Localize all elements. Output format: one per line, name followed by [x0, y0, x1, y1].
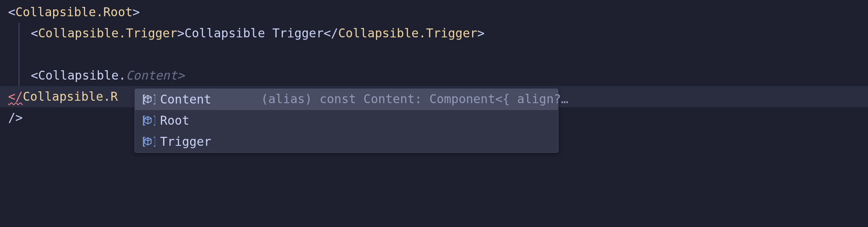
autocomplete-label: Content [160, 91, 211, 108]
bracket: < [31, 25, 38, 42]
autocomplete-item[interactable]: [ ] Trigger [135, 131, 558, 152]
code-line[interactable] [0, 44, 868, 65]
bracket: > [133, 4, 140, 21]
svg-text:[: [ [141, 93, 147, 105]
bracket: < [8, 4, 15, 21]
jsx-text: Collapsible Trigger [184, 25, 323, 42]
bracket: </ [323, 25, 338, 42]
autocomplete-item[interactable]: [ ] Root [135, 110, 558, 131]
svg-text:]: ] [152, 115, 155, 126]
svg-text:]: ] [152, 93, 155, 105]
error-bracket: </ [8, 88, 23, 105]
code-line[interactable]: <Collapsible.Root> [0, 2, 868, 23]
bracket: > [177, 25, 184, 42]
svg-text:]: ] [152, 136, 155, 147]
svg-text:[: [ [141, 115, 147, 126]
code-line[interactable]: <Collapsible.Trigger>Collapsible Trigger… [0, 23, 868, 44]
bracket: < [31, 67, 38, 84]
ghost-text: Content [126, 67, 177, 84]
code-line[interactable]: <Collapsible.Content> [0, 65, 868, 86]
bracket: > [477, 25, 485, 42]
jsx-component: Collapsible.Trigger [338, 25, 477, 42]
indent-guide [19, 23, 19, 86]
box-icon: [ ] [141, 134, 155, 149]
box-icon: [ ] [141, 113, 155, 128]
autocomplete-label: Root [160, 112, 189, 129]
box-icon: [ ] [141, 92, 155, 107]
svg-text:[: [ [141, 136, 147, 147]
jsx-component: Collapsible. [38, 67, 126, 84]
jsx-component: Collapsible.Trigger [38, 25, 177, 42]
autocomplete-label: Trigger [160, 133, 211, 150]
bracket: > [177, 67, 184, 84]
self-close: /> [8, 109, 23, 126]
jsx-component: Collapsible.Root [15, 4, 133, 21]
jsx-component: Collapsible.R [23, 88, 118, 105]
signature-hint: (alias) const Content: Component<{ align… [255, 90, 574, 108]
hint-text: (alias) const Content: Component<{ align… [261, 91, 569, 108]
